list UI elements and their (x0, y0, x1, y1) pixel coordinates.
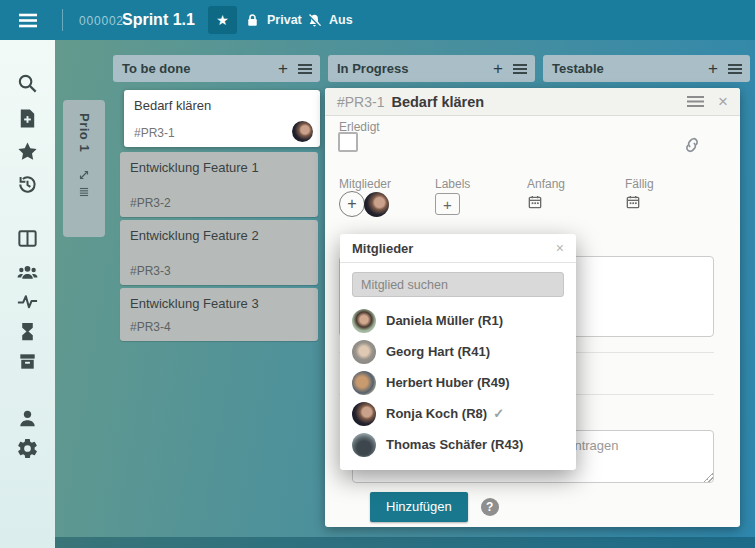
avatar (352, 433, 376, 457)
modal-close-icon[interactable]: × (718, 93, 728, 110)
lock-icon (244, 12, 261, 29)
member-name: Thomas Schäfer (R43) (386, 437, 523, 452)
card-title: Entwicklung Feature 1 (130, 160, 309, 175)
start-date-calendar-icon[interactable] (527, 194, 543, 210)
card-id: #PR3-2 (130, 196, 171, 210)
member-name: Ronja Koch (R8) (386, 406, 487, 421)
member-search-input[interactable] (352, 272, 564, 297)
column-header-in-progress: In Progress + (328, 55, 535, 82)
avatar (352, 402, 376, 426)
note-add-icon[interactable] (16, 107, 39, 130)
column-header-testable: Testable + (543, 55, 750, 82)
archive-icon[interactable] (16, 350, 39, 373)
member-name: Georg Hart (R41) (386, 344, 490, 359)
card-title: Entwicklung Feature 3 (130, 296, 309, 311)
card-pr3-1[interactable]: Bedarf klären #PR3-1 (124, 90, 320, 147)
history-icon[interactable] (16, 173, 39, 196)
board-columns-icon[interactable] (16, 227, 39, 250)
member-name: Daniela Müller (R1) (386, 313, 503, 328)
column-header-to-be-done: To be done + (113, 55, 320, 82)
favorite-button[interactable]: ★ (208, 6, 237, 34)
add-card-icon[interactable]: + (493, 60, 503, 77)
star-nav-icon[interactable] (16, 140, 39, 163)
notifications-toggle[interactable]: Aus (306, 0, 353, 40)
column-title: Testable (552, 61, 708, 76)
modal-card-id: #PR3-1 (337, 94, 384, 110)
divider (62, 9, 63, 31)
popup-close-icon[interactable]: × (556, 241, 564, 255)
column-menu-icon[interactable] (728, 63, 742, 75)
card-pr3-3[interactable]: Entwicklung Feature 2 #PR3-3 (120, 220, 318, 285)
card-id: #PR3-3 (130, 264, 171, 278)
column-menu-icon[interactable] (513, 63, 527, 75)
member-row-georg[interactable]: Georg Hart (R41) (340, 336, 576, 367)
app-sidebar (0, 40, 55, 548)
help-icon[interactable]: ? (481, 498, 499, 516)
card-id: #PR3-4 (130, 320, 171, 334)
plus-icon: + (443, 196, 452, 213)
start-label: Anfang (527, 177, 565, 191)
modal-card-title: Bedarf klären (391, 94, 687, 110)
activity-icon[interactable] (16, 290, 39, 313)
member-row-ronja[interactable]: Ronja Koch (R8) ✓ (340, 398, 576, 429)
avatar (292, 121, 313, 142)
member-row-thomas[interactable]: Thomas Schäfer (R43) (340, 429, 576, 460)
column-menu-icon[interactable] (298, 63, 312, 75)
modal-menu-icon[interactable] (687, 95, 704, 108)
bell-off-icon (306, 12, 323, 29)
popup-title: Mitglieder (352, 241, 556, 256)
hourglass-icon[interactable] (16, 320, 39, 343)
members-label: Mitglieder (339, 177, 391, 191)
question-glyph: ? (486, 500, 493, 514)
avatar (352, 309, 376, 333)
settings-icon[interactable] (16, 437, 39, 460)
column-title: In Progress (337, 61, 493, 76)
selected-check-icon: ✓ (493, 406, 504, 421)
board-number: 000002 (79, 14, 124, 28)
swimlane-menu-icon[interactable] (77, 185, 91, 199)
notifications-label: Aus (329, 13, 353, 27)
app-window: 000002 Sprint 1.1 ★ Privat Aus (0, 0, 755, 548)
privacy-label: Privat (267, 13, 302, 27)
collapse-diagonal-icon[interactable] (77, 168, 91, 182)
members-popup: Mitglieder × Daniela Müller (R1) Georg H… (340, 234, 576, 470)
plus-icon: + (347, 195, 356, 213)
board-title: Sprint 1.1 (122, 11, 195, 29)
search-icon[interactable] (16, 72, 39, 95)
due-date-calendar-icon[interactable] (625, 194, 641, 210)
card-title: Entwicklung Feature 2 (130, 228, 309, 243)
add-comment-button[interactable]: Hinzufügen (370, 492, 468, 522)
card-title: Bedarf klären (134, 98, 311, 113)
team-icon[interactable] (16, 260, 39, 283)
add-card-icon[interactable]: + (278, 60, 288, 77)
member-row-daniela[interactable]: Daniela Müller (R1) (340, 305, 576, 336)
done-checkbox[interactable] (338, 132, 358, 152)
avatar (352, 340, 376, 364)
popup-header: Mitglieder × (340, 234, 576, 263)
member-list: Daniela Müller (R1) Georg Hart (R41) Her… (340, 297, 576, 460)
card-id: #PR3-1 (134, 126, 175, 140)
add-label-button[interactable]: + (435, 193, 460, 215)
board-bottom-edge (55, 537, 755, 548)
swimlane-label: Prio 1 (77, 113, 92, 152)
card-pr3-4[interactable]: Entwicklung Feature 3 #PR3-4 (120, 288, 318, 341)
modal-header: #PR3-1 Bedarf klären × (325, 88, 740, 116)
swimlane-prio1[interactable]: Prio 1 (63, 100, 105, 237)
member-row-herbert[interactable]: Herbert Huber (R49) (340, 367, 576, 398)
user-icon[interactable] (16, 407, 39, 430)
avatar (352, 371, 376, 395)
member-name: Herbert Huber (R49) (386, 375, 510, 390)
assigned-member-avatar[interactable] (364, 192, 389, 217)
add-member-button[interactable]: + (339, 191, 365, 217)
link-icon[interactable] (682, 135, 702, 155)
menu-icon[interactable] (18, 13, 38, 28)
topbar: 000002 Sprint 1.1 ★ Privat Aus (0, 0, 755, 40)
card-pr3-2[interactable]: Entwicklung Feature 1 #PR3-2 (120, 152, 318, 217)
due-label: Fällig (625, 177, 654, 191)
add-card-icon[interactable]: + (708, 60, 718, 77)
labels-label: Labels (435, 177, 470, 191)
column-title: To be done (122, 61, 278, 76)
privacy-button[interactable]: Privat (244, 0, 302, 40)
star-icon: ★ (216, 12, 229, 28)
